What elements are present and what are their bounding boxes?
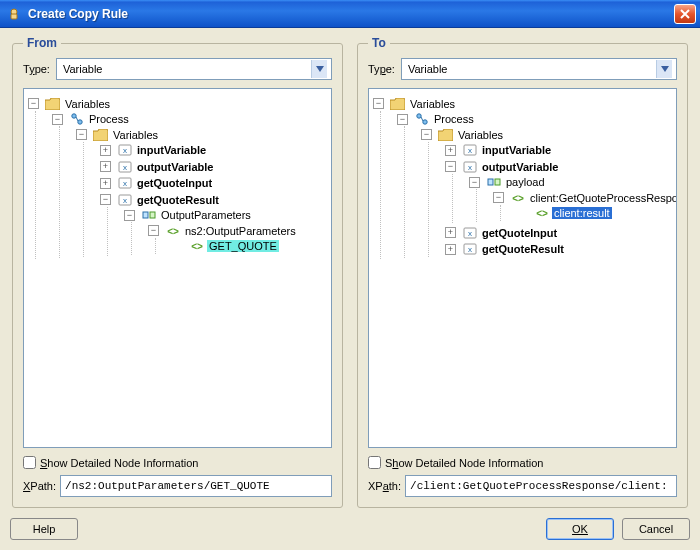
svg-text:x: x bbox=[468, 146, 472, 155]
expander-icon[interactable]: + bbox=[100, 161, 111, 172]
expander-icon[interactable]: − bbox=[421, 129, 432, 140]
expander-icon[interactable]: + bbox=[445, 227, 456, 238]
from-type-select[interactable]: Variable bbox=[56, 58, 332, 80]
from-detail-checkbox[interactable] bbox=[23, 456, 36, 469]
node-label[interactable]: ns2:OutputParameters bbox=[183, 225, 298, 237]
expander-icon[interactable]: − bbox=[373, 98, 384, 109]
tree-node-getquoteinput: + x getQuoteInput bbox=[445, 224, 672, 241]
to-panel: To Type: Variable − bbox=[357, 36, 688, 508]
to-tree[interactable]: − Variables − bbox=[368, 88, 677, 448]
to-xpath-input[interactable] bbox=[405, 475, 677, 497]
expander-icon[interactable]: − bbox=[28, 98, 39, 109]
svg-point-16 bbox=[416, 114, 420, 118]
node-label[interactable]: client:GetQuoteProcessResponse bbox=[528, 192, 677, 204]
svg-point-3 bbox=[77, 120, 81, 124]
folder-icon bbox=[390, 97, 405, 111]
svg-rect-12 bbox=[143, 212, 148, 218]
expander-icon[interactable]: − bbox=[469, 177, 480, 188]
node-label[interactable]: Process bbox=[87, 113, 131, 125]
process-icon bbox=[69, 112, 84, 126]
to-detail-label[interactable]: Show Detailed Node Information bbox=[385, 457, 543, 469]
tree-node-getquoteresult: + x getQuoteResult bbox=[445, 241, 672, 258]
variable-icon: x bbox=[117, 143, 132, 157]
expander-icon[interactable]: − bbox=[148, 225, 159, 236]
element-icon: <> bbox=[534, 206, 549, 220]
tree-node-variables-root: − Variables − bbox=[28, 95, 327, 260]
from-detail-row: Show Detailed Node Information bbox=[23, 456, 332, 469]
node-label[interactable]: outputVariable bbox=[480, 161, 560, 173]
expander-icon[interactable]: − bbox=[445, 161, 456, 172]
from-detail-label[interactable]: Show Detailed Node Information bbox=[40, 457, 198, 469]
from-xpath-row: XPath: bbox=[23, 475, 332, 497]
node-label[interactable]: payload bbox=[504, 176, 547, 188]
to-detail-checkbox[interactable] bbox=[368, 456, 381, 469]
expander-icon[interactable]: − bbox=[100, 194, 111, 205]
part-icon bbox=[486, 175, 501, 189]
from-tree[interactable]: − Variables − bbox=[23, 88, 332, 448]
element-icon: <> bbox=[510, 191, 525, 205]
expander-icon[interactable]: + bbox=[100, 178, 111, 189]
variable-icon: x bbox=[462, 160, 477, 174]
expander-icon[interactable]: + bbox=[100, 145, 111, 156]
expander-icon[interactable]: − bbox=[76, 129, 87, 140]
node-label[interactable]: inputVariable bbox=[135, 144, 208, 156]
svg-text:x: x bbox=[468, 245, 472, 254]
expander-icon[interactable]: − bbox=[124, 210, 135, 221]
expander-icon[interactable]: + bbox=[445, 145, 456, 156]
tree-node-getquote: <> GET_QUOTE bbox=[172, 238, 327, 255]
expander-icon[interactable]: − bbox=[493, 192, 504, 203]
tree-node-variables: − Variables bbox=[76, 126, 327, 258]
node-label[interactable]: getQuoteResult bbox=[135, 194, 221, 206]
node-label[interactable]: Process bbox=[432, 113, 476, 125]
variable-icon: x bbox=[462, 143, 477, 157]
node-label[interactable]: outputVariable bbox=[135, 161, 215, 173]
node-label-selected[interactable]: client:result bbox=[552, 207, 612, 219]
svg-text:x: x bbox=[123, 196, 127, 205]
node-label[interactable]: Variables bbox=[456, 129, 505, 141]
svg-rect-22 bbox=[488, 179, 493, 185]
node-label-selected[interactable]: GET_QUOTE bbox=[207, 240, 279, 252]
chevron-down-icon bbox=[656, 60, 672, 78]
node-label[interactable]: OutputParameters bbox=[159, 209, 253, 221]
variable-icon: x bbox=[462, 242, 477, 256]
from-type-value: Variable bbox=[63, 63, 103, 75]
dialog-content: From Type: Variable − bbox=[0, 28, 700, 550]
node-label[interactable]: Variables bbox=[408, 98, 457, 110]
node-label[interactable]: Variables bbox=[111, 129, 160, 141]
expander-icon[interactable]: + bbox=[445, 244, 456, 255]
folder-icon bbox=[45, 97, 60, 111]
close-button[interactable] bbox=[674, 4, 696, 24]
close-icon bbox=[680, 9, 690, 19]
from-panel: From Type: Variable − bbox=[12, 36, 343, 508]
from-xpath-label: XPath: bbox=[23, 480, 56, 492]
titlebar: Create Copy Rule bbox=[0, 0, 700, 28]
tree-node-variables: − Variables bbox=[421, 126, 672, 258]
tree-node-outputvariable: − x outputVariable bbox=[445, 158, 672, 224]
to-type-select[interactable]: Variable bbox=[401, 58, 677, 80]
ok-button[interactable]: OK bbox=[546, 518, 614, 540]
node-label[interactable]: getQuoteResult bbox=[480, 243, 566, 255]
node-label[interactable]: getQuoteInput bbox=[135, 177, 214, 189]
expander-icon bbox=[517, 207, 528, 218]
expander-icon[interactable]: − bbox=[52, 114, 63, 125]
tree-node-outputvariable: + x outputVariable bbox=[100, 158, 327, 175]
help-button[interactable]: Help bbox=[10, 518, 78, 540]
svg-text:<>: <> bbox=[191, 241, 203, 252]
from-xpath-input[interactable] bbox=[60, 475, 332, 497]
svg-text:<>: <> bbox=[536, 208, 548, 219]
expander-icon[interactable]: − bbox=[397, 114, 408, 125]
svg-rect-23 bbox=[495, 179, 500, 185]
variable-icon: x bbox=[117, 176, 132, 190]
app-icon bbox=[6, 6, 22, 22]
from-type-row: Type: Variable bbox=[23, 58, 332, 80]
node-label[interactable]: Variables bbox=[63, 98, 112, 110]
to-detail-row: Show Detailed Node Information bbox=[368, 456, 677, 469]
cancel-button[interactable]: Cancel bbox=[622, 518, 690, 540]
node-label[interactable]: inputVariable bbox=[480, 144, 553, 156]
svg-rect-1 bbox=[11, 14, 17, 19]
folder-icon bbox=[438, 128, 453, 142]
tree-node-inputvariable: + x inputVariable bbox=[100, 142, 327, 159]
node-label[interactable]: getQuoteInput bbox=[480, 227, 559, 239]
window-title: Create Copy Rule bbox=[28, 7, 674, 21]
to-type-value: Variable bbox=[408, 63, 448, 75]
